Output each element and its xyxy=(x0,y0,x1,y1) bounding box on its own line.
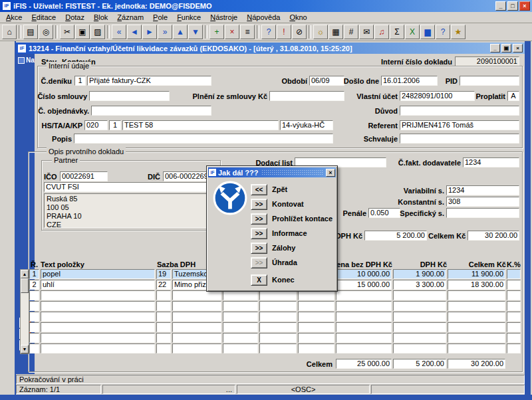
excel-icon[interactable]: X xyxy=(405,25,420,39)
cell-sazba-row6[interactable] xyxy=(156,322,171,332)
next-block-icon[interactable]: ▼ xyxy=(188,25,203,39)
scroll-up-icon[interactable]: ▲ xyxy=(21,270,29,278)
cell-dph-row1[interactable]: 1 900.00 xyxy=(393,269,446,279)
mail-icon[interactable]: ✉ xyxy=(359,25,374,39)
cislo-smlouvy-field[interactable] xyxy=(89,91,170,101)
dialog-button-zpet[interactable]: << xyxy=(251,184,267,195)
dialog-button-kontovat[interactable]: >> xyxy=(251,199,267,210)
cell-zona-row7[interactable] xyxy=(172,333,221,343)
cell-dph-row5[interactable] xyxy=(393,312,446,322)
execute-query-icon[interactable]: ! xyxy=(277,25,291,39)
cell-celkem-row8[interactable] xyxy=(448,344,505,353)
record-scrollbar[interactable]: ▲ ▼ xyxy=(20,269,29,354)
cell-mid3-row8[interactable] xyxy=(298,344,334,353)
duvod-field[interactable] xyxy=(400,106,519,116)
penale-field[interactable]: 0.050 xyxy=(368,208,400,218)
cell-mid1-row7[interactable] xyxy=(223,333,258,343)
dialog-button-prohlizet-kontace[interactable]: >> xyxy=(251,213,267,225)
specificky-field[interactable] xyxy=(446,208,519,218)
plneni-field[interactable] xyxy=(269,91,344,101)
cell-mid1-row5[interactable] xyxy=(223,312,258,322)
cell-cena-row4[interactable] xyxy=(336,301,392,311)
flashlight-icon[interactable]: ☼ xyxy=(313,25,328,39)
next-record-icon[interactable]: ► xyxy=(142,25,157,39)
dph-kc-field[interactable]: 5 200.00 xyxy=(364,231,427,241)
chart-icon[interactable]: ▆ xyxy=(420,25,435,39)
cell-zona-row3[interactable] xyxy=(172,290,221,300)
cell-mid3-row3[interactable] xyxy=(298,290,334,300)
cell-mid3-row6[interactable] xyxy=(298,322,334,332)
cell-cena-row6[interactable] xyxy=(336,322,392,332)
cell-kpct-row7[interactable] xyxy=(507,333,521,343)
cell-text-row2[interactable]: uhlí xyxy=(41,280,155,290)
cell-mid2-row7[interactable] xyxy=(259,333,297,343)
cell-zona-row4[interactable] xyxy=(172,301,221,311)
calculator-icon[interactable]: # xyxy=(344,25,358,39)
kp-field[interactable]: 14-výuka-HČ xyxy=(280,120,333,130)
cell-mid3-row4[interactable] xyxy=(298,301,334,311)
maximize-button[interactable]: □ xyxy=(507,1,518,11)
delete-record-icon[interactable]: × xyxy=(225,25,239,39)
print-icon[interactable]: ▤ xyxy=(23,25,38,39)
menu-okno[interactable]: Okno xyxy=(285,13,311,22)
cell-text-row1[interactable]: popel xyxy=(41,269,155,279)
doc-close-button[interactable]: × xyxy=(513,44,523,52)
referent-field[interactable]: PRIJMEN4176 Tomáš xyxy=(400,120,519,130)
objednavky-field[interactable] xyxy=(91,106,211,116)
document-title-bar[interactable]: iF 13214 - Finanční vztahy/Účetní likvid… xyxy=(16,43,525,54)
cell-mid2-row3[interactable] xyxy=(259,290,297,300)
cell-r-row1[interactable]: 1 xyxy=(29,269,39,279)
cell-kpct-row5[interactable] xyxy=(507,312,521,322)
cell-cena-row2[interactable]: 15 000.00 xyxy=(336,280,392,290)
proplatit-field[interactable]: A xyxy=(507,91,519,101)
cell-r-row2[interactable]: 2 xyxy=(29,280,39,290)
cell-cena-row1[interactable]: 10 000.00 xyxy=(336,269,392,279)
favorites-icon[interactable]: ★ xyxy=(451,25,466,39)
cell-r-row4[interactable] xyxy=(29,301,39,311)
prev-block-icon[interactable]: ▲ xyxy=(173,25,188,39)
dialog-button-zalohy[interactable]: >> xyxy=(251,243,267,254)
cell-sazba-row4[interactable] xyxy=(156,301,171,311)
cell-kpct-row4[interactable] xyxy=(507,301,521,311)
cell-text-row8[interactable] xyxy=(41,344,155,353)
dialog-close-button[interactable]: × xyxy=(326,169,335,177)
cfakt-field[interactable]: 1234 xyxy=(463,157,519,167)
cell-text-row7[interactable] xyxy=(41,333,155,343)
cell-sazba-row1[interactable]: 19 xyxy=(156,269,171,279)
schvaluje-field[interactable] xyxy=(400,134,519,144)
cell-sazba-row7[interactable] xyxy=(156,333,171,343)
last-record-icon[interactable]: » xyxy=(158,25,172,39)
cell-dph-row8[interactable] xyxy=(393,344,446,353)
cell-dph-row6[interactable] xyxy=(393,322,446,332)
cell-kpct-row3[interactable] xyxy=(507,290,521,300)
menu-editace[interactable]: Editace xyxy=(27,13,61,22)
cell-cena-row5[interactable] xyxy=(336,312,392,322)
bell-icon[interactable]: ♫ xyxy=(374,25,389,39)
cell-celkem-row1[interactable]: 11 900.00 xyxy=(448,269,505,279)
menu-blok[interactable]: Blok xyxy=(89,13,112,22)
cell-r-row8[interactable] xyxy=(29,344,39,353)
cell-r-row6[interactable] xyxy=(29,322,39,332)
cell-celkem-row4[interactable] xyxy=(448,301,505,311)
cell-celkem-row3[interactable] xyxy=(448,290,505,300)
konstantni-field[interactable]: 308 xyxy=(446,197,519,207)
interni-cislo-field[interactable]: 2090100001 xyxy=(455,56,519,66)
doc-minimize-button[interactable]: _ xyxy=(490,44,500,52)
paste-icon[interactable]: ▨ xyxy=(90,25,105,39)
cell-celkem-row6[interactable] xyxy=(448,322,505,332)
cell-cena-row7[interactable] xyxy=(336,333,392,343)
cell-mid2-row4[interactable] xyxy=(259,301,297,311)
cell-mid2-row8[interactable] xyxy=(259,344,297,353)
scrollbar-thumb[interactable] xyxy=(21,278,29,293)
cell-mid2-row5[interactable] xyxy=(259,312,297,322)
menu-akce[interactable]: Akce xyxy=(1,13,27,22)
ta-field[interactable]: 1 xyxy=(109,120,121,130)
cell-dph-row3[interactable] xyxy=(393,290,446,300)
cell-sazba-row8[interactable] xyxy=(156,344,171,353)
dialog-button-uhrada[interactable]: >> xyxy=(251,257,267,268)
duplicate-record-icon[interactable]: ≡ xyxy=(240,25,255,39)
cell-dph-row4[interactable] xyxy=(393,301,446,311)
cell-text-row3[interactable] xyxy=(41,290,155,300)
akce-field[interactable]: TEST 58 xyxy=(122,120,279,130)
menu-pole[interactable]: Pole xyxy=(148,13,172,22)
